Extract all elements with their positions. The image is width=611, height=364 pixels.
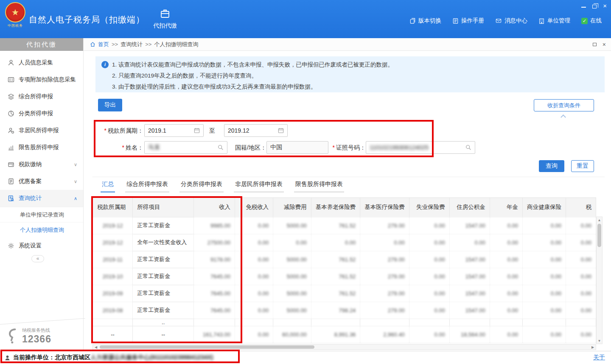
- period-start-value: 2019.1: [148, 127, 194, 134]
- message-center-link[interactable]: 消息中心: [495, 17, 527, 25]
- table-cell: 0.00: [490, 285, 522, 302]
- scroll-left-arrow-icon[interactable]: ◀: [93, 345, 99, 350]
- tab-summary[interactable]: 汇总: [101, 181, 115, 192]
- nationality-label: 国籍/地区：: [228, 141, 266, 154]
- tab-classified-income-return[interactable]: 分类所得申报表: [179, 181, 224, 192]
- sidebar-item-query-statistics[interactable]: 查询统计 ∧: [0, 190, 83, 207]
- about-link[interactable]: 关于: [593, 354, 605, 361]
- pane-restore-button[interactable]: [593, 43, 597, 46]
- scroll-up-arrow-icon[interactable]: ▲: [597, 217, 602, 223]
- sidebar-item-system-settings[interactable]: 系统设置: [0, 237, 83, 254]
- breadcrumb: 首页 >> 查询统计 >> 个人扣缴明细查询 ×: [84, 38, 611, 51]
- sidebar-collapse-button[interactable]: «: [31, 255, 44, 262]
- table-cell: 0.00: [490, 251, 522, 268]
- name-input[interactable]: 马某: [144, 141, 227, 154]
- breadcrumb-separator: >>: [112, 41, 118, 47]
- table-cell: 1547.00: [449, 251, 490, 268]
- nonresident-person-icon: [8, 127, 14, 134]
- wallet-icon: [8, 161, 14, 168]
- period-end-value: 2019.12: [228, 127, 278, 134]
- scroll-down-arrow-icon[interactable]: ▼: [597, 338, 602, 344]
- search-icon[interactable]: [218, 144, 224, 150]
- table-cell: 0.00: [235, 302, 273, 319]
- sidebar-subitem-personal-withholding-query[interactable]: 个人扣缴明细查询: [0, 222, 83, 237]
- notice-line-2: 2. 只能查询2019年及之后的数据，不能进行跨年度查询。: [101, 70, 605, 81]
- period-end-input[interactable]: 2019.12: [224, 124, 288, 137]
- breadcrumb-home-link[interactable]: 首页: [98, 41, 109, 48]
- collapse-query-conditions-button[interactable]: 收折查询条件: [534, 99, 594, 111]
- sidebar-item-label: 人员信息采集: [19, 59, 53, 67]
- window-close-button[interactable]: ×: [603, 3, 607, 9]
- table-cell: [409, 319, 449, 326]
- query-button[interactable]: 查询: [539, 160, 564, 172]
- table-cell: 0.00: [235, 285, 273, 302]
- vertical-scrollbar[interactable]: ▲ ▼: [596, 217, 603, 344]
- current-unit-masked: 人力资源公共服务中心(91110102399841234X): [90, 354, 213, 361]
- column-header: 住房公积金: [449, 198, 490, 217]
- sidebar-item-personnel-info[interactable]: 人员信息采集: [0, 54, 83, 71]
- tab-restricted-shares-return[interactable]: 限售股所得申报表: [294, 181, 344, 192]
- search-report-icon: [8, 195, 14, 202]
- tab-nonresident-income-return[interactable]: 非居民所得申报表: [234, 181, 284, 192]
- table-cell: 279.00: [360, 251, 409, 268]
- nationality-input[interactable]: 中国: [266, 141, 328, 154]
- search-icon[interactable]: [465, 144, 471, 150]
- sidebar-item-classified-income[interactable]: 分类所得申报: [0, 105, 83, 122]
- table-cell: 0.00: [566, 217, 596, 234]
- vertical-scrollbar-thumb[interactable]: [597, 224, 601, 247]
- table-cell: 5000.00: [273, 217, 311, 234]
- required-mark: *: [333, 144, 335, 151]
- version-switch-link[interactable]: 版本切换: [409, 17, 441, 25]
- breadcrumb-level1: 查询统计: [121, 41, 143, 48]
- table-cell: 7645.00: [194, 268, 235, 285]
- module-tab-label: 代扣代缴: [153, 22, 177, 30]
- calendar-icon[interactable]: [194, 128, 200, 133]
- table-cell: 279.00: [360, 217, 409, 234]
- table-cell: 0.00: [235, 217, 273, 234]
- manual-link[interactable]: 操作手册: [452, 17, 484, 25]
- tab-comprehensive-income-return[interactable]: 综合所得申报表: [125, 181, 169, 192]
- horizontal-scrollbar[interactable]: ◀ ▶: [92, 344, 596, 350]
- scroll-right-arrow-icon[interactable]: ▶: [590, 345, 596, 350]
- calendar-icon[interactable]: [278, 128, 284, 133]
- table-cell: 161,743.00: [194, 326, 235, 343]
- sidebar-item-nonresident-income[interactable]: 非居民所得申报: [0, 122, 83, 139]
- sidebar-subitem-unit-declaration-query[interactable]: 单位申报记录查询: [0, 207, 83, 222]
- gear-icon: [8, 242, 14, 249]
- person-icon: [8, 59, 14, 66]
- export-button[interactable]: 导出: [98, 99, 122, 111]
- window-minimize-button[interactable]: [581, 3, 586, 9]
- table-cell: 0.00: [311, 234, 360, 251]
- table-cell: 761.52: [311, 217, 360, 234]
- pane-close-button[interactable]: ×: [603, 41, 606, 48]
- table-cell: [194, 319, 235, 326]
- window-restore-button[interactable]: [592, 3, 597, 9]
- user-icon: [4, 355, 11, 361]
- results-table-wrapper: 税款所属期所得项目收入免税收入减除费用基本养老保险费基本医疗保险费失业保险费住房…: [92, 197, 596, 343]
- status-bar: 当前操作单位：北京市西城区人力资源公共服务中心(9111010239984123…: [0, 351, 611, 364]
- sidebar-item-special-deduction[interactable]: 专项附加扣除信息采集: [0, 71, 83, 88]
- module-tab-withholding[interactable]: 代扣代缴: [147, 0, 183, 38]
- reset-button[interactable]: 重置: [571, 160, 594, 172]
- sidebar-item-preferential-filing[interactable]: 优惠备案 ∨: [0, 173, 83, 190]
- sidebar-item-comprehensive-income[interactable]: 综合所得申报: [0, 88, 83, 105]
- table-cell: 2,960.40: [360, 326, 409, 343]
- table-cell: 0.00: [273, 234, 311, 251]
- period-start-input[interactable]: 2019.1: [144, 124, 204, 137]
- table-cell: 0.00: [409, 285, 449, 302]
- column-header: 基本养老保险费: [311, 198, 360, 217]
- table-row: 2019-08正常工资薪金7645.000.005000.00798.24279…: [93, 302, 596, 319]
- table-cell: 0.00: [490, 217, 522, 234]
- message-center-label: 消息中心: [504, 17, 527, 25]
- table-cell: 5000.00: [273, 302, 311, 319]
- nationality-value: 中国: [270, 144, 325, 151]
- sidebar-item-restricted-shares[interactable]: 限售股所得申报: [0, 139, 83, 156]
- horizontal-scrollbar-thumb[interactable]: [100, 345, 314, 349]
- id-number-input[interactable]: 110102199306124025: [366, 141, 475, 154]
- sidebar-item-tax-payment[interactable]: 税款缴纳 ∨: [0, 156, 83, 173]
- table-cell: 8,991.36: [311, 326, 360, 343]
- online-status[interactable]: ✓ 在线: [581, 17, 602, 25]
- sidebar-item-label: 系统设置: [19, 242, 42, 250]
- org-management-link[interactable]: 单位管理: [538, 17, 570, 25]
- column-header: 税: [566, 198, 596, 217]
